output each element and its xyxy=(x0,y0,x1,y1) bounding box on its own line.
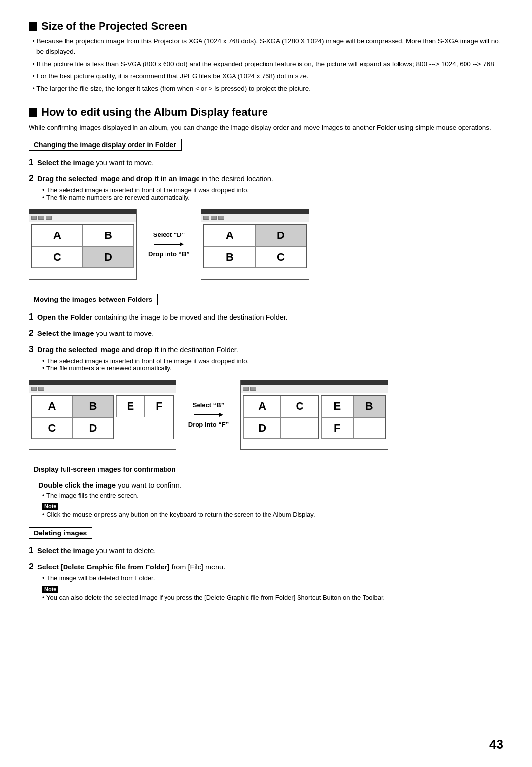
arrow-icon xyxy=(154,240,184,248)
cell-E: E xyxy=(116,396,145,417)
cell-A: A xyxy=(32,225,83,246)
subsection-display-label: Display full-screen images for confirmat… xyxy=(29,464,181,475)
cell-empty xyxy=(281,417,318,439)
section1-bullet2: If the picture file is less than S-VGA (… xyxy=(29,59,503,69)
step-num: 1 xyxy=(29,312,33,322)
display-note-bullet: Click the mouse or press any button on t… xyxy=(29,511,503,518)
step-sub-1: The selected image is inserted in front … xyxy=(29,357,503,365)
display-step-main: Double click the image xyxy=(38,481,116,489)
cell-B: B xyxy=(72,396,113,417)
display-note-label: Note xyxy=(42,503,58,510)
cell-D: D xyxy=(83,246,134,268)
cell-empty2 xyxy=(353,417,385,439)
titlebar xyxy=(241,380,388,385)
subsection-deleting-label: Deleting images xyxy=(29,527,92,539)
step-main: Select the image xyxy=(37,547,94,555)
subsection-deleting: Deleting images 1 Select the image you w… xyxy=(29,523,503,601)
diagram-moving-after: A C D E B F xyxy=(240,380,388,450)
toolbar xyxy=(201,214,309,222)
subsection-display: Display full-screen images for confirmat… xyxy=(29,460,503,524)
svg-marker-1 xyxy=(180,242,184,246)
diagram-before-window: A B C D xyxy=(29,209,137,280)
toolbar xyxy=(29,214,136,222)
cell-B: B xyxy=(83,225,134,246)
cell-C: C xyxy=(32,417,72,439)
titlebar xyxy=(201,209,309,214)
cell-B-after: B xyxy=(204,246,255,268)
step-changing-2: 2 Drag the selected image and drop it in… xyxy=(29,172,503,201)
cell-B-after: B xyxy=(353,396,385,417)
cell-A-after: A xyxy=(243,396,281,417)
cell-E-after: E xyxy=(321,396,353,417)
cell-C-after: C xyxy=(255,246,306,268)
arrow-icon xyxy=(194,411,223,419)
step-moving-1: 1 Open the Folder containing the image t… xyxy=(29,310,503,324)
titlebar xyxy=(29,209,136,214)
cell-C: C xyxy=(32,246,83,268)
section1-bullet3: For the best picture quality, it is reco… xyxy=(29,71,503,82)
step-changing-1: 1 Select the image you want to move. xyxy=(29,156,503,169)
step-moving-2: 2 Select the image you want to move. xyxy=(29,327,503,340)
svg-marker-3 xyxy=(219,413,223,417)
section2-icon xyxy=(29,108,37,117)
step-rest: in the destination Folder. xyxy=(159,346,238,354)
step-rest: in the desired location. xyxy=(200,175,273,183)
section-projected-screen: Size of the Projected Screen Because the… xyxy=(29,20,503,94)
step-main: Drag the selected image and drop it in a… xyxy=(37,175,200,183)
step-moving-3: 3 Drag the selected image and drop it in… xyxy=(29,343,503,372)
step-sub-1: The selected image is inserted in front … xyxy=(29,186,503,194)
section-album-display: How to edit using the Album Display feat… xyxy=(29,106,503,601)
display-bullet1: The image fills the entire screen. xyxy=(29,492,503,499)
step-num: 2 xyxy=(29,173,33,183)
deleting-note-label: Note xyxy=(42,586,58,593)
toolbar xyxy=(29,385,176,393)
subsection-changing: Changing the image display order in Fold… xyxy=(29,135,503,280)
diagram-after-window: A D B C xyxy=(201,209,309,280)
step-deleting-2: 2 Select [Delete Graphic file from Folde… xyxy=(29,560,503,601)
cell-A: A xyxy=(32,396,72,417)
titlebar xyxy=(29,380,176,385)
deleting-bullet: The image will be deleted from Folder. xyxy=(29,574,503,582)
display-step-rest: you want to confirm. xyxy=(116,481,182,489)
diagram-moving: A B C D E F xyxy=(29,380,503,450)
cell-D-after: D xyxy=(243,417,281,439)
diagram-changing: A B C D Select “D” Drop into “B” xyxy=(29,209,503,280)
step-main: Select the image xyxy=(37,330,94,337)
drop-label: Drop into “F” xyxy=(188,421,229,428)
step-num: 2 xyxy=(29,562,33,571)
step-num: 1 xyxy=(29,157,33,167)
step-sub-2: The file name numbers are renewed automa… xyxy=(29,194,503,201)
step-rest: you want to delete. xyxy=(94,547,156,555)
step-main: Drag the selected image and drop it xyxy=(37,346,159,354)
section1-icon xyxy=(29,22,37,31)
page-number: 43 xyxy=(489,737,503,752)
diagram-moving-before: A B C D E F xyxy=(29,380,176,450)
cell-A-after: A xyxy=(204,225,255,246)
cell-C-after: C xyxy=(281,396,318,417)
step-num: 1 xyxy=(29,545,33,555)
section2-intro: While confirming images displayed in an … xyxy=(29,123,503,133)
step-num: 2 xyxy=(29,328,33,338)
cell-F-after: F xyxy=(321,417,353,439)
step-rest: you want to move. xyxy=(94,330,154,337)
deleting-note-bullet: You can also delete the selected image i… xyxy=(29,594,503,601)
diagram-arrow-moving: Select “B” Drop into “F” xyxy=(186,401,231,428)
toolbar xyxy=(241,385,388,393)
subsection-moving: Moving the images between Folders 1 Open… xyxy=(29,290,503,450)
cell-D: D xyxy=(72,417,113,439)
step-rest: you want to move. xyxy=(94,159,154,167)
section1-bullet1: Because the projection image from this P… xyxy=(29,36,503,57)
section2-title: How to edit using the Album Display feat… xyxy=(29,106,503,119)
subsection-changing-label: Changing the image display order in Fold… xyxy=(29,139,182,151)
drop-label: Drop into “B” xyxy=(148,250,190,258)
step-main: Select the image xyxy=(37,159,94,167)
select-label: Select “B” xyxy=(193,401,224,409)
section1-bullet4: The larger the file size, the longer it … xyxy=(29,84,503,94)
section1-title: Size of the Projected Screen xyxy=(29,20,503,33)
cell-D-after: D xyxy=(255,225,306,246)
cell-F: F xyxy=(145,396,173,417)
step-main: Open the Folder xyxy=(37,313,92,321)
step-rest: containing the image to be moved and the… xyxy=(92,313,288,321)
step-deleting-1: 1 Select the image you want to delete. xyxy=(29,544,503,557)
subsection-moving-label: Moving the images between Folders xyxy=(29,294,158,305)
